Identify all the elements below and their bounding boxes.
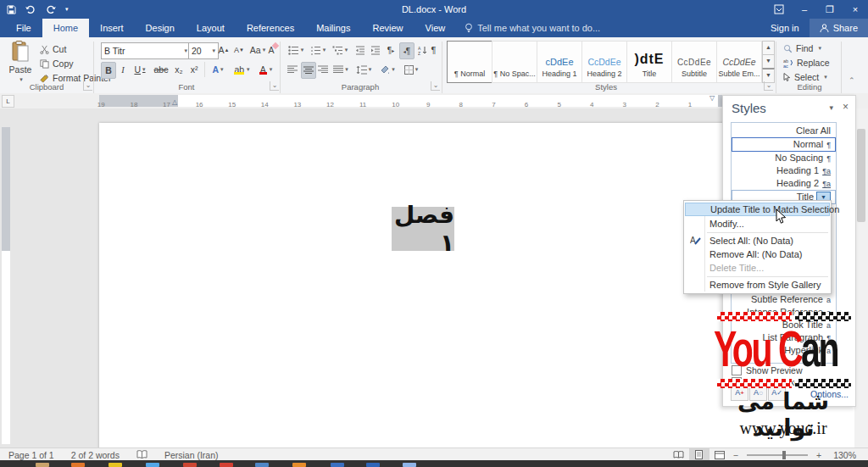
vertical-scrollbar[interactable] — [854, 108, 868, 448]
gallery-scroll-down-icon[interactable]: ▼ — [762, 54, 775, 69]
style-item-list-paragraph[interactable]: List Paragraph¶ — [732, 331, 835, 344]
restore-button[interactable]: ❐ — [817, 0, 843, 19]
italic-button[interactable]: I — [117, 62, 129, 77]
style-gallery-subtitle[interactable]: CcDdEeSubtitle — [671, 41, 717, 83]
scrollbar-thumb[interactable] — [857, 129, 865, 222]
zoom-slider[interactable] — [747, 454, 808, 456]
style-gallery-no-spacing[interactable]: .¶ No Spac... — [492, 41, 537, 83]
style-gallery-heading2[interactable]: CcDdEeHeading 2 — [581, 41, 627, 83]
selected-heading-text[interactable]: فصل ۱ — [392, 207, 454, 251]
taskbar-icon[interactable] — [71, 463, 85, 467]
undo-icon[interactable] — [25, 5, 36, 14]
right-indent-marker[interactable]: △ — [172, 99, 177, 106]
vertical-ruler[interactable] — [2, 127, 10, 444]
paste-button[interactable]: Paste ▾ — [5, 41, 36, 83]
copy-button[interactable]: Copy — [40, 58, 74, 69]
zoom-in-button[interactable]: + — [813, 450, 825, 460]
increase-indent-button[interactable] — [369, 42, 382, 58]
collapse-ribbon-icon[interactable]: ⌃ — [849, 76, 855, 85]
tab-references[interactable]: References — [236, 19, 305, 37]
sort-button[interactable]: AZ — [415, 42, 429, 58]
replace-button[interactable]: abac Replace — [783, 58, 830, 68]
taskbar-icon[interactable] — [220, 463, 233, 467]
style-gallery-normal[interactable]: .¶ Normal — [447, 41, 492, 83]
style-item-no-spacing[interactable]: No Spacing¶ — [732, 152, 835, 164]
numbering-button[interactable]: ▾ — [308, 42, 328, 58]
customize-qat-icon[interactable]: ▾ — [65, 0, 69, 19]
clear-formatting-button[interactable]: A — [264, 42, 278, 58]
text-highlight-button[interactable]: ab▾ — [231, 62, 253, 77]
style-item-heading2[interactable]: Heading 2¶a — [732, 177, 835, 190]
bullets-button[interactable]: ▾ — [286, 42, 306, 58]
menu-item-remove-all[interactable]: Remove All: (No Data) — [685, 247, 830, 261]
tab-stop-selector[interactable]: L — [2, 95, 14, 108]
taskbar-icon[interactable] — [255, 463, 269, 467]
web-layout-icon[interactable] — [709, 448, 730, 461]
taskbar-icon[interactable] — [108, 463, 122, 467]
rtl-direction-button[interactable]: ◂¶ — [399, 42, 415, 59]
decrease-indent-button[interactable] — [353, 42, 367, 58]
taskbar-icon[interactable] — [366, 463, 380, 467]
tab-review[interactable]: Review — [362, 19, 415, 37]
style-item-heading1[interactable]: Heading 1¶a — [732, 164, 835, 177]
show-hide-pilcrow-button[interactable]: ¶ — [428, 42, 439, 58]
font-size-combo[interactable]: 20 ▾ — [188, 42, 219, 59]
justify-button[interactable]: ▾ — [331, 62, 350, 77]
underline-button[interactable]: U▾ — [131, 62, 149, 77]
new-style-button[interactable]: A+ — [731, 385, 748, 401]
line-spacing-button[interactable]: ▾ — [353, 62, 374, 77]
styles-dialog-launcher[interactable]: ⌄ — [764, 81, 773, 91]
tab-design[interactable]: Design — [135, 19, 186, 37]
redo-icon[interactable] — [45, 5, 57, 14]
minimize-button[interactable]: – — [792, 0, 817, 19]
taskbar-icon[interactable] — [403, 463, 416, 467]
tell-me-box[interactable]: Tell me what you want to do... — [456, 19, 609, 37]
style-item-subtle-reference[interactable]: Subtle Referencea — [732, 293, 835, 306]
taskbar-icon[interactable] — [146, 463, 159, 467]
strikethrough-button[interactable]: abc — [152, 62, 170, 77]
text-effects-button[interactable]: A▾ — [208, 62, 228, 77]
zoom-out-button[interactable]: − — [730, 450, 742, 460]
multilevel-list-button[interactable]: ▾ — [330, 42, 350, 58]
font-name-combo[interactable]: B Titr ▾ — [101, 42, 191, 59]
pane-close-icon[interactable]: × — [843, 101, 849, 113]
ltr-direction-button[interactable]: ¶▸ — [384, 42, 398, 58]
cut-button[interactable]: Cut — [40, 44, 66, 54]
grow-font-button[interactable]: A▲ — [217, 42, 231, 58]
subscript-button[interactable]: x₂ — [172, 62, 186, 77]
borders-button[interactable]: ▾ — [401, 62, 421, 77]
style-item-intense-reference[interactable]: Intense Referencea — [732, 306, 835, 319]
clipboard-dialog-launcher[interactable]: ⌄ — [83, 81, 92, 91]
style-gallery-subtle-emphasis[interactable]: CcDdEeSubtle Em... — [716, 41, 762, 83]
align-right-button[interactable] — [316, 62, 330, 77]
taskbar-icon[interactable] — [331, 463, 344, 467]
first-line-indent-marker[interactable]: ▽ — [709, 95, 715, 102]
proofing-icon[interactable] — [128, 450, 156, 459]
print-layout-icon[interactable] — [689, 448, 709, 461]
paragraph-dialog-launcher[interactable]: ⌄ — [431, 81, 440, 91]
taskbar-icon[interactable] — [292, 463, 306, 467]
font-dialog-launcher[interactable]: ⌄ — [270, 81, 279, 91]
menu-item-update-title[interactable]: Update Title to Match Selection — [685, 203, 830, 216]
style-item-clear-all[interactable]: Clear All — [732, 125, 835, 137]
gallery-scroll-up-icon[interactable]: ▲ — [762, 41, 775, 55]
style-item-normal[interactable]: Normal¶ — [732, 137, 836, 152]
options-link[interactable]: Options... — [810, 389, 849, 399]
style-gallery-title[interactable]: )dtETitle — [626, 41, 672, 83]
share-button[interactable]: Share — [810, 19, 868, 37]
tab-mailings[interactable]: Mailings — [305, 19, 361, 37]
close-button[interactable]: × — [843, 0, 868, 19]
taskbar-icon[interactable] — [183, 463, 197, 467]
align-center-button[interactable] — [301, 62, 316, 79]
select-button[interactable]: Select▾ — [783, 72, 827, 82]
superscript-button[interactable]: x² — [187, 62, 201, 77]
ribbon-display-options-icon[interactable] — [766, 0, 792, 19]
show-preview-checkbox[interactable]: Show Preview — [732, 365, 803, 375]
shading-button[interactable]: ▾ — [377, 62, 398, 77]
style-inspector-button[interactable]: A◌ — [749, 385, 767, 401]
style-item-hyperlink[interactable]: Hyperlinka — [732, 344, 835, 357]
menu-item-select-all[interactable]: Select All: (No Data) — [685, 234, 830, 247]
language-indicator[interactable]: Persian (Iran) — [156, 450, 227, 460]
align-left-button[interactable] — [286, 62, 299, 77]
taskbar-icon[interactable] — [36, 463, 49, 467]
